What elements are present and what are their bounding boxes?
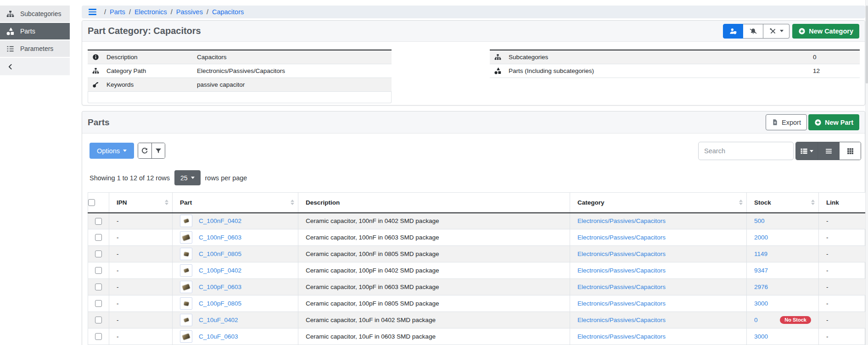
part-link[interactable]: C_10uF_0402	[199, 317, 238, 323]
filter-button[interactable]	[151, 143, 165, 158]
refresh-icon	[141, 147, 148, 155]
page-title: Part Category: Capacitors	[88, 26, 201, 36]
scrollbar-thumb[interactable]	[866, 6, 868, 83]
breadcrumb-link-parts[interactable]: Parts	[110, 8, 125, 16]
category-link[interactable]: Electronics/Passives/Capacitors	[577, 250, 666, 257]
list-view-button[interactable]	[818, 142, 839, 160]
column-header-ipn[interactable]: IPN	[109, 193, 173, 213]
part-cell: C_100nF_0402	[173, 213, 298, 229]
table-row: - C_10uF_0603 Ceramic capacitor, 10uF in…	[88, 328, 866, 345]
detail-value: passive capacitor	[197, 81, 245, 88]
refresh-button[interactable]	[138, 143, 151, 158]
admin-view-button[interactable]	[723, 24, 743, 39]
page-size-dropdown[interactable]: 25	[174, 170, 201, 185]
column-header-category[interactable]: Category	[570, 193, 747, 213]
stock-cell: 1149	[747, 246, 819, 262]
column-header-link[interactable]: Link	[819, 193, 866, 213]
column-header-part[interactable]: Part	[173, 193, 298, 213]
category-link[interactable]: Electronics/Passives/Capacitors	[577, 217, 666, 224]
column-header-stock[interactable]: Stock	[747, 193, 819, 213]
stock-link[interactable]: 3000	[754, 333, 768, 340]
search-input[interactable]	[698, 142, 794, 160]
breadcrumb-separator: /	[104, 8, 106, 16]
breadcrumb-link-capacitors[interactable]: Capacitors	[212, 8, 244, 16]
new-part-button[interactable]: New Part	[808, 114, 859, 130]
column-header-description[interactable]: Description	[298, 193, 570, 213]
plus-circle-icon	[814, 119, 822, 126]
table-row: - C_100pF_0805 Ceramic capacitor, 100pF …	[88, 295, 866, 312]
link-cell: -	[819, 262, 866, 279]
link-cell: -	[819, 295, 866, 312]
stock-link[interactable]: 1149	[754, 250, 767, 257]
stock-link[interactable]: 2976	[754, 284, 768, 290]
sitemap-icon	[494, 54, 503, 61]
detail-label: Subcategories	[509, 54, 548, 61]
detail-label: Description	[106, 54, 138, 61]
category-link[interactable]: Electronics/Passives/Capacitors	[577, 317, 666, 323]
part-link[interactable]: C_100nF_0603	[199, 234, 241, 241]
category-cell: Electronics/Passives/Capacitors	[570, 262, 747, 279]
sidebar-collapse-button[interactable]	[0, 58, 70, 75]
row-checkbox[interactable]	[95, 317, 102, 323]
row-checkbox[interactable]	[95, 267, 102, 274]
options-dropdown-button[interactable]: Options	[90, 143, 134, 159]
detail-row-description: Description Capacitors	[88, 50, 392, 64]
breadcrumb-link-electronics[interactable]: Electronics	[134, 8, 167, 16]
menu-icon[interactable]	[89, 9, 96, 15]
select-all-checkbox[interactable]	[88, 199, 95, 206]
tools-icon	[769, 28, 777, 35]
view-toggle-group	[795, 142, 861, 160]
row-checkbox[interactable]	[95, 300, 102, 307]
category-link[interactable]: Electronics/Passives/Capacitors	[577, 284, 666, 290]
scrollbar[interactable]	[865, 0, 868, 345]
stock-cell: 2000	[747, 229, 819, 246]
part-thumbnail	[180, 215, 192, 227]
chevron-down-icon	[123, 150, 127, 154]
stock-cell: 500	[747, 213, 819, 229]
part-link[interactable]: C_100pF_0805	[199, 300, 241, 307]
stock-link[interactable]: 500	[754, 217, 765, 224]
row-checkbox[interactable]	[95, 250, 102, 257]
collapse-icon	[7, 64, 13, 70]
part-link[interactable]: C_100pF_0402	[199, 267, 241, 274]
sidebar-item-label: Subcategories	[20, 10, 62, 17]
list-icon	[825, 147, 833, 155]
category-action-group	[723, 24, 790, 39]
sidebar-item-parameters[interactable]: Parameters	[0, 40, 70, 57]
stock-link[interactable]: 3000	[754, 300, 768, 307]
category-link[interactable]: Electronics/Passives/Capacitors	[577, 300, 666, 307]
row-checkbox[interactable]	[95, 284, 102, 290]
unsubscribe-button[interactable]	[743, 24, 763, 39]
part-link[interactable]: C_100pF_0603	[199, 284, 241, 290]
stock-link[interactable]: 2000	[754, 234, 768, 241]
category-link[interactable]: Electronics/Passives/Capacitors	[577, 267, 666, 274]
columns-dropdown-button[interactable]	[796, 142, 818, 160]
stock-link[interactable]: 9347	[754, 267, 768, 274]
export-button[interactable]: Export	[766, 114, 807, 130]
part-thumbnail	[180, 231, 192, 244]
bell-slash-icon	[750, 28, 757, 35]
row-checkbox[interactable]	[95, 234, 102, 241]
part-link[interactable]: C_100nF_0402	[199, 217, 241, 224]
category-tools-dropdown[interactable]	[763, 24, 790, 39]
breadcrumb-link-passives[interactable]: Passives	[176, 8, 203, 16]
category-link[interactable]: Electronics/Passives/Capacitors	[577, 333, 666, 340]
detail-row-part-count: Parts (Including subcategories) 12	[490, 64, 860, 78]
part-link[interactable]: C_100nF_0805	[199, 250, 241, 257]
grid-view-button[interactable]	[839, 142, 861, 160]
table-row: - C_100pF_0603 Ceramic capacitor, 100pF …	[88, 279, 866, 295]
ipn-cell: -	[109, 262, 173, 279]
category-header-panel: Part Category: Capacitors	[82, 20, 865, 106]
new-category-button[interactable]: New Category	[792, 24, 859, 39]
sidebar-item-parts[interactable]: Parts	[0, 23, 70, 39]
table-header-row: IPN Part Description Category	[88, 193, 866, 213]
category-details-table: Description Capacitors Category Path Ele…	[88, 50, 392, 103]
user-shield-icon	[729, 28, 737, 35]
description-cell: Ceramic capacitor, 10uF in 0402 SMD pack…	[298, 312, 570, 328]
row-checkbox[interactable]	[95, 218, 102, 225]
row-checkbox[interactable]	[95, 333, 102, 340]
stock-link[interactable]: 0	[754, 317, 758, 323]
sidebar-item-subcategories[interactable]: Subcategories	[0, 6, 70, 22]
category-link[interactable]: Electronics/Passives/Capacitors	[577, 234, 666, 241]
part-link[interactable]: C_10uF_0603	[199, 333, 238, 340]
